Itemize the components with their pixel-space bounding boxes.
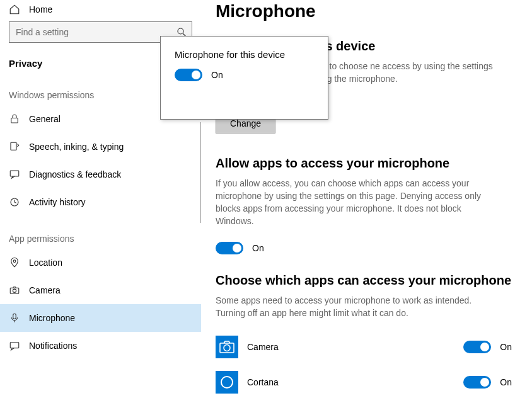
app-permissions-header: App permissions (0, 216, 201, 249)
svg-rect-14 (216, 371, 238, 394)
microphone-device-popup: Microphone for this device On (160, 36, 328, 120)
sidebar-item-diagnostics[interactable]: Diagnostics & feedback (0, 161, 201, 188)
section-apps-access-title: Allow apps to access your microphone (216, 152, 512, 177)
app-list: Camera On Cortana On (216, 326, 512, 400)
popup-toggle-label: On (211, 70, 223, 80)
svg-point-0 (178, 28, 183, 34)
section-choose-apps-title: Choose which apps can access your microp… (216, 270, 512, 294)
notifications-icon (9, 340, 20, 351)
sidebar-item-label: Camera (29, 285, 61, 295)
app-toggle-label: On (500, 342, 512, 352)
app-toggle-camera[interactable] (463, 341, 491, 353)
sidebar-item-label: Speech, inking, & typing (29, 142, 124, 152)
app-name-label: Cortana (247, 377, 454, 387)
apps-access-toggle-label: On (252, 243, 264, 253)
sidebar-item-label: Notifications (29, 341, 77, 351)
popup-toggle[interactable] (175, 69, 202, 81)
svg-rect-11 (216, 336, 238, 358)
sidebar-item-label: Microphone (29, 313, 75, 323)
location-icon (9, 257, 20, 268)
sidebar-item-microphone[interactable]: Microphone (0, 304, 201, 332)
section-choose-apps-desc: Some apps need to access your microphone… (216, 294, 493, 326)
svg-rect-2 (11, 118, 18, 123)
sidebar-item-speech[interactable]: Speech, inking, & typing (0, 133, 201, 161)
sidebar-item-label: Location (29, 258, 62, 268)
app-toggle-cortana[interactable] (463, 376, 491, 389)
home-button[interactable]: Home (0, 0, 201, 21)
scrollbar[interactable] (200, 122, 201, 223)
history-icon (9, 196, 20, 208)
svg-point-8 (13, 289, 16, 292)
app-toggle-label: On (500, 377, 512, 387)
lock-icon (9, 113, 20, 125)
section-apps-access-desc: If you allow access, you can choose whic… (216, 177, 493, 234)
sidebar-item-label: Diagnostics & feedback (29, 169, 121, 179)
home-label: Home (29, 4, 52, 14)
sidebar-item-notifications[interactable]: Notifications (0, 332, 201, 360)
popup-title: Microphone for this device (175, 49, 314, 69)
app-row-cortana: Cortana On (216, 365, 512, 400)
sidebar-item-label: General (29, 114, 61, 124)
svg-point-6 (13, 260, 16, 263)
svg-rect-3 (11, 142, 16, 150)
apps-access-toggle[interactable] (216, 242, 243, 254)
app-row-camera: Camera On (216, 329, 512, 365)
svg-rect-10 (10, 343, 19, 348)
page-title: Microphone (216, 0, 512, 35)
sidebar-item-activity[interactable]: Activity history (0, 188, 201, 216)
home-icon (9, 4, 20, 15)
camera-icon (9, 285, 20, 296)
sidebar-item-camera[interactable]: Camera (0, 276, 201, 304)
svg-rect-9 (13, 314, 16, 319)
microphone-icon (9, 312, 20, 324)
pen-icon (9, 141, 20, 152)
sidebar-item-location[interactable]: Location (0, 249, 201, 276)
app-name-label: Camera (247, 342, 454, 352)
camera-app-icon (216, 336, 238, 358)
feedback-icon (9, 169, 20, 180)
sidebar-item-label: Activity history (29, 197, 85, 207)
cortana-app-icon (216, 371, 238, 394)
svg-rect-4 (10, 171, 19, 176)
